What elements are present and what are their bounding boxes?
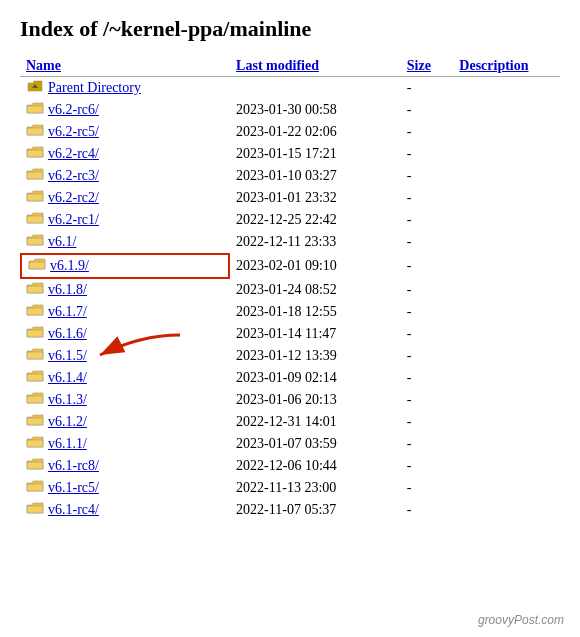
sort-modified-link[interactable]: Last modified (236, 58, 319, 73)
dir-link[interactable]: v6.1.2/ (48, 414, 87, 430)
file-table: Name Last modified Size Description Pare… (20, 56, 560, 521)
file-modified-cell: 2023-01-01 23:32 (230, 187, 401, 209)
col-header-description[interactable]: Description (453, 56, 560, 77)
dir-link[interactable]: v6.2-rc1/ (48, 212, 99, 228)
dir-link[interactable]: v6.1.1/ (48, 436, 87, 452)
dir-link[interactable]: v6.1/ (48, 234, 76, 250)
file-desc-cell (453, 301, 560, 323)
file-name-cell: v6.2-rc1/ (20, 209, 230, 231)
folder-icon (26, 501, 44, 519)
watermark: groovyPost.com (478, 613, 564, 627)
file-name-cell: Parent Directory (20, 77, 230, 99)
dir-link[interactable]: v6.2-rc6/ (48, 102, 99, 118)
folder-icon (26, 233, 44, 251)
table-row: v6.2-rc3/2023-01-10 03:27- (20, 165, 560, 187)
folder-icon (26, 457, 44, 475)
table-row: v6.2-rc4/2023-01-15 17:21- (20, 143, 560, 165)
table-row: v6.1-rc5/2022-11-13 23:00- (20, 477, 560, 499)
file-desc-cell (453, 477, 560, 499)
file-modified-cell: 2023-01-30 00:58 (230, 99, 401, 121)
folder-icon (26, 281, 44, 299)
file-name-cell: v6.1.5/ (20, 345, 230, 367)
parent-dir-link[interactable]: Parent Directory (48, 80, 141, 96)
folder-icon (26, 101, 44, 119)
file-desc-cell (453, 499, 560, 521)
file-size-cell: - (401, 301, 454, 323)
dir-link[interactable]: v6.2-rc4/ (48, 146, 99, 162)
file-modified-cell: 2023-01-12 13:39 (230, 345, 401, 367)
file-name-cell: v6.2-rc6/ (20, 99, 230, 121)
file-name-cell: v6.1.4/ (20, 367, 230, 389)
file-name-cell: v6.1.2/ (20, 411, 230, 433)
col-header-size[interactable]: Size (401, 56, 454, 77)
file-desc-cell (453, 99, 560, 121)
page-title: Index of /~kernel-ppa/mainline (20, 16, 560, 42)
dir-link[interactable]: v6.1.6/ (48, 326, 87, 342)
file-desc-cell (453, 253, 560, 279)
file-name-cell: v6.1.7/ (20, 301, 230, 323)
dir-link[interactable]: v6.1.3/ (48, 392, 87, 408)
file-size-cell: - (401, 165, 454, 187)
file-name-cell: v6.1-rc4/ (20, 499, 230, 521)
dir-link[interactable]: v6.2-rc2/ (48, 190, 99, 206)
file-size-cell: - (401, 187, 454, 209)
parent-dir-icon (26, 79, 44, 97)
table-row: v6.1/2022-12-11 23:33- (20, 231, 560, 253)
table-row: v6.1-rc4/2022-11-07 05:37- (20, 499, 560, 521)
file-modified-cell: 2023-01-15 17:21 (230, 143, 401, 165)
folder-icon (26, 391, 44, 409)
dir-link[interactable]: v6.1-rc8/ (48, 458, 99, 474)
dir-link[interactable]: v6.1.8/ (48, 282, 87, 298)
sort-size-link[interactable]: Size (407, 58, 431, 73)
dir-link[interactable]: v6.2-rc3/ (48, 168, 99, 184)
file-modified-cell: 2023-01-07 03:59 (230, 433, 401, 455)
folder-icon (26, 325, 44, 343)
file-desc-cell (453, 323, 560, 345)
file-name-cell: v6.1.9/ (20, 253, 230, 279)
dir-link[interactable]: v6.1.7/ (48, 304, 87, 320)
table-row: v6.1.3/2023-01-06 20:13- (20, 389, 560, 411)
file-desc-cell (453, 77, 560, 100)
folder-icon (26, 479, 44, 497)
folder-icon (26, 145, 44, 163)
file-desc-cell (453, 389, 560, 411)
folder-icon (26, 167, 44, 185)
file-name-cell: v6.2-rc2/ (20, 187, 230, 209)
file-modified-cell: 2022-11-13 23:00 (230, 477, 401, 499)
folder-icon (26, 413, 44, 431)
col-header-modified[interactable]: Last modified (230, 56, 401, 77)
dir-link[interactable]: v6.1-rc4/ (48, 502, 99, 518)
file-desc-cell (453, 231, 560, 253)
file-size-cell: - (401, 367, 454, 389)
file-name-cell: v6.2-rc3/ (20, 165, 230, 187)
table-row: v6.1.6/2023-01-14 11:47- (20, 323, 560, 345)
folder-icon (28, 257, 46, 275)
file-desc-cell (453, 165, 560, 187)
file-size-cell: - (401, 477, 454, 499)
file-modified-cell: 2023-01-06 20:13 (230, 389, 401, 411)
table-row: v6.2-rc5/2023-01-22 02:06- (20, 121, 560, 143)
file-size-cell: - (401, 99, 454, 121)
file-desc-cell (453, 121, 560, 143)
dir-link[interactable]: v6.2-rc5/ (48, 124, 99, 140)
sort-name-link[interactable]: Name (26, 58, 61, 73)
file-desc-cell (453, 433, 560, 455)
dir-link[interactable]: v6.1.9/ (50, 258, 89, 274)
file-modified-cell: 2022-12-25 22:42 (230, 209, 401, 231)
sort-desc-link[interactable]: Description (459, 58, 528, 73)
file-size-cell: - (401, 143, 454, 165)
folder-icon (26, 369, 44, 387)
table-row: v6.1.2/2022-12-31 14:01- (20, 411, 560, 433)
table-row: v6.2-rc2/2023-01-01 23:32- (20, 187, 560, 209)
file-size-cell: - (401, 499, 454, 521)
file-desc-cell (453, 345, 560, 367)
file-modified-cell: 2023-02-01 09:10 (230, 253, 401, 279)
dir-link[interactable]: v6.1-rc5/ (48, 480, 99, 496)
file-size-cell: - (401, 209, 454, 231)
table-row: v6.1-rc8/2022-12-06 10:44- (20, 455, 560, 477)
dir-link[interactable]: v6.1.4/ (48, 370, 87, 386)
file-name-cell: v6.2-rc4/ (20, 143, 230, 165)
dir-link[interactable]: v6.1.5/ (48, 348, 87, 364)
col-header-name[interactable]: Name (20, 56, 230, 77)
file-size-cell: - (401, 389, 454, 411)
